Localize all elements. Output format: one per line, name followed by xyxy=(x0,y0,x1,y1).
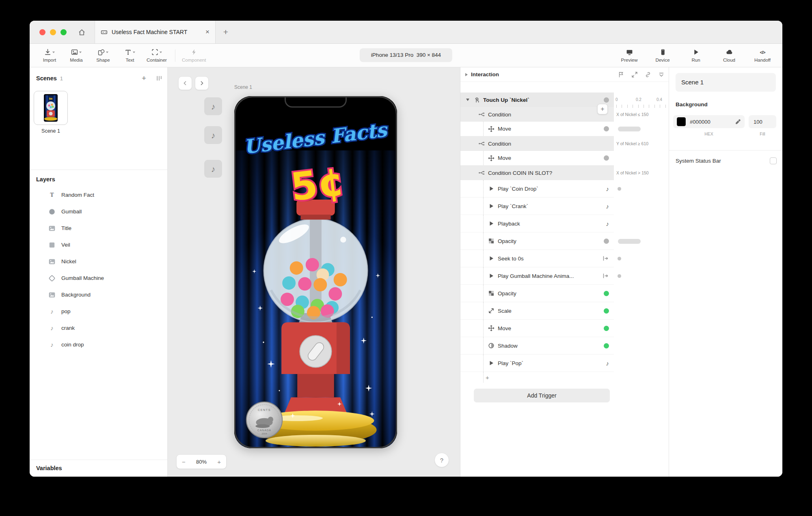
phone-preview[interactable]: CENTS CANADA 2004 xyxy=(234,96,397,448)
timeline-marker-dot[interactable] xyxy=(618,187,621,191)
fill-value[interactable]: 100 xyxy=(749,115,776,128)
layer-random-fact[interactable]: TRandom Fact xyxy=(30,187,167,203)
toolbar-cloud-button[interactable]: Cloud xyxy=(717,49,741,62)
tab-title: Useless Fact Machine START xyxy=(112,29,187,35)
undo-button[interactable] xyxy=(178,76,192,90)
collapse-all-icon[interactable] xyxy=(658,71,665,78)
status-bar-row: System Status Bar xyxy=(676,157,777,164)
timeline-marker-dot[interactable] xyxy=(618,257,621,260)
color-field[interactable]: #000000 xyxy=(673,115,745,128)
layers-list: TRandom FactGumballTitleVeilNickelGumbal… xyxy=(30,187,167,353)
toolbar-media-button[interactable]: Media xyxy=(65,49,88,62)
response-move[interactable]: Move xyxy=(460,151,614,166)
toolbar: ImportMediaShapeTextContainerComponent i… xyxy=(30,44,782,67)
condition-row-0[interactable]: Condition xyxy=(460,107,614,122)
timeline-duration-bar[interactable] xyxy=(618,239,641,244)
layer-coin-drop[interactable]: ♪coin drop xyxy=(30,336,167,353)
condition-row-2[interactable]: Condition xyxy=(460,136,614,151)
audio-layer-icon: ♪ xyxy=(48,341,56,348)
svg-text:5¢: 5¢ xyxy=(288,159,347,209)
toolbar-shape-button[interactable]: Shape xyxy=(91,49,115,62)
canvas-scene-label[interactable]: Scene 1 xyxy=(234,84,252,90)
document-tab[interactable]: Useless Fact Machine START × xyxy=(95,21,216,43)
interaction-timeline: 00.20.4X of Nickel ≤ 150Y of Nickel ≥ 61… xyxy=(614,92,669,477)
layer-veil[interactable]: Veil xyxy=(30,236,167,253)
status-bar-checkbox[interactable] xyxy=(770,157,777,164)
zoom-out-button[interactable]: − xyxy=(182,458,186,465)
scene-board-icon[interactable] xyxy=(156,75,162,82)
scene-thumbnail[interactable]: 5¢ xyxy=(34,91,68,125)
close-window-button[interactable] xyxy=(39,29,45,35)
toolbar-device-button[interactable]: Device xyxy=(651,49,674,62)
audio-layer-placeholder[interactable]: ♪ xyxy=(204,160,222,178)
status-dot-green xyxy=(604,326,609,331)
status-dot-green xyxy=(604,308,609,314)
handoff-icon: </> xyxy=(759,49,766,56)
eyedropper-icon[interactable] xyxy=(735,119,741,125)
layer-crank[interactable]: ♪crank xyxy=(30,320,167,336)
response-seek-to-0s[interactable]: Seek to 0s xyxy=(460,250,614,267)
toolbar-preview-button[interactable]: Preview xyxy=(618,49,641,62)
move-icon xyxy=(488,325,495,331)
add-response-row[interactable]: + xyxy=(460,372,614,383)
canvas[interactable]: Scene 1 ♪ ♪ ♪ xyxy=(168,67,460,477)
status-dot-gray xyxy=(604,97,609,103)
layer-pop[interactable]: ♪pop xyxy=(30,303,167,320)
toolbar-import-button[interactable]: Import xyxy=(38,49,61,62)
nickel-coin[interactable]: CENTS CANADA 2004 xyxy=(246,402,282,438)
home-icon[interactable] xyxy=(78,28,86,36)
layer-gumball-machine[interactable]: Gumball Machine xyxy=(30,270,167,286)
properties-divider xyxy=(669,150,782,150)
add-condition-button[interactable]: + xyxy=(597,104,608,114)
response-move[interactable]: Move xyxy=(460,122,614,136)
toolbar-container-button[interactable]: Container xyxy=(145,49,168,62)
response-opacity[interactable]: Opacity xyxy=(460,285,614,302)
response-play-pop[interactable]: Play `Pop`♪ xyxy=(460,355,614,372)
flag-icon[interactable] xyxy=(618,71,624,78)
timeline-marker-dot[interactable] xyxy=(618,274,621,278)
response-play-coin-drop[interactable]: Play `Coin Drop`♪ xyxy=(460,180,614,198)
response-scale[interactable]: Scale xyxy=(460,302,614,320)
layer-background[interactable]: Background xyxy=(30,286,167,303)
trigger-row-touch-up-nickel[interactable]: Touch Up `Nickel` xyxy=(460,92,614,107)
add-trigger-button[interactable]: Add Trigger xyxy=(474,389,610,402)
minimize-window-button[interactable] xyxy=(50,29,56,35)
device-selector[interactable]: iPhone 13/13 Pro 390 × 844 xyxy=(360,48,452,62)
toolbar-handoff-button[interactable]: </>Handoff xyxy=(751,49,774,62)
new-tab-button[interactable]: + xyxy=(217,27,234,37)
add-scene-button[interactable]: + xyxy=(142,74,146,83)
toolbar-run-button[interactable]: Run xyxy=(684,49,708,62)
cloud-icon xyxy=(726,49,733,56)
link-icon[interactable] xyxy=(645,71,651,78)
response-opacity[interactable]: Opacity xyxy=(460,232,614,250)
variables-header[interactable]: Variables xyxy=(36,465,161,471)
chevron-right-icon[interactable] xyxy=(465,73,468,76)
redo-button[interactable] xyxy=(195,76,209,90)
response-move[interactable]: Move xyxy=(460,320,614,337)
audio-layer-placeholder[interactable]: ♪ xyxy=(204,126,222,144)
close-tab-button[interactable]: × xyxy=(205,28,209,36)
timeline-duration-bar[interactable] xyxy=(618,127,641,131)
layer-title[interactable]: Title xyxy=(30,220,167,236)
timeline-ruler xyxy=(616,105,666,108)
disclosure-triangle-icon[interactable] xyxy=(466,99,469,101)
zoom-in-button[interactable]: + xyxy=(217,458,221,465)
response-play-crank[interactable]: Play `Crank`♪ xyxy=(460,198,614,215)
layer-nickel[interactable]: Nickel xyxy=(30,253,167,270)
toolbar-component-button[interactable]: Component xyxy=(182,49,206,62)
response-play-gumball-machine-anima[interactable]: Play Gumball Machine Anima... xyxy=(460,267,614,285)
hex-value[interactable]: #000000 xyxy=(690,119,735,125)
expand-icon[interactable] xyxy=(631,71,638,78)
layer-gumball[interactable]: Gumball xyxy=(30,203,167,220)
scene-name[interactable]: Scene 1 xyxy=(34,128,68,134)
toolbar-text-button[interactable]: Text xyxy=(118,49,142,62)
audio-layer-placeholder[interactable]: ♪ xyxy=(204,97,222,115)
fullscreen-window-button[interactable] xyxy=(60,29,67,35)
help-button[interactable]: ? xyxy=(434,453,449,467)
response-shadow[interactable]: Shadow xyxy=(460,337,614,355)
status-dot-green xyxy=(604,291,609,296)
zoom-value[interactable]: 80% xyxy=(196,459,207,465)
color-swatch[interactable] xyxy=(677,117,686,126)
response-playback[interactable]: Playback♪ xyxy=(460,215,614,232)
condition-row-4[interactable]: Condition COIN IN SLOT? xyxy=(460,166,614,180)
